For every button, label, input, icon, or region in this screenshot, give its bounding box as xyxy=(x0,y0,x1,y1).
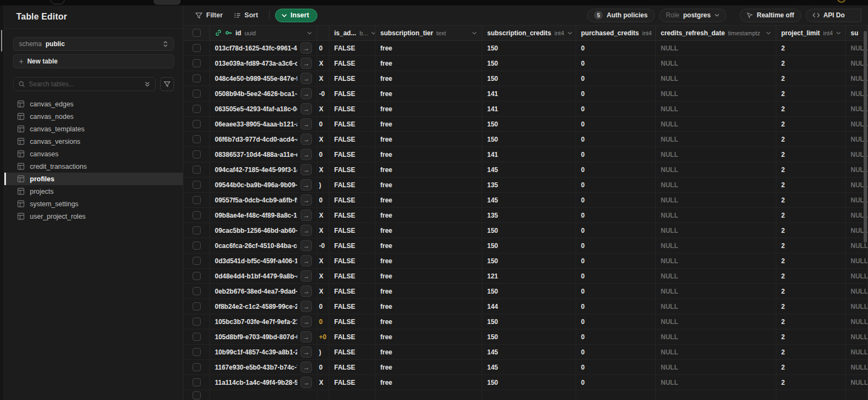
subscription-credits-cell[interactable]: 145 xyxy=(482,193,576,207)
clipped-cell[interactable]: 0 xyxy=(317,117,329,131)
subscription-tier-cell[interactable]: free xyxy=(375,360,482,374)
sidebar-table-item[interactable]: projects xyxy=(4,185,183,198)
subscription-tier-cell[interactable]: free xyxy=(375,41,482,55)
purchased-credits-cell[interactable]: 0 xyxy=(576,284,656,299)
vertical-scrollbar[interactable] xyxy=(864,31,867,243)
expand-row-button[interactable]: → xyxy=(301,42,312,54)
row-checkbox[interactable] xyxy=(193,318,201,326)
subscription-tier-cell[interactable]: free xyxy=(375,71,482,86)
sidebar-table-item[interactable]: canvas_nodes xyxy=(4,110,183,123)
clipped-right-cell[interactable]: NULL xyxy=(846,253,868,268)
row-checkbox[interactable] xyxy=(193,226,201,234)
expand-row-button[interactable]: → xyxy=(301,194,312,206)
is-admin-cell[interactable]: FALSE xyxy=(329,314,375,329)
id-cell[interactable]: 105d8bf9-e703-49bd-807d-645e... → xyxy=(210,329,317,344)
credits-refresh-date-cell[interactable]: NULL xyxy=(656,253,776,268)
clipped-cell[interactable]: X xyxy=(317,375,329,390)
column-header-credits-refresh-date[interactable]: credits_refresh_date timestamptz xyxy=(656,26,776,40)
is-admin-cell[interactable]: FALSE xyxy=(329,208,375,223)
is-admin-cell[interactable]: FALSE xyxy=(329,101,375,116)
id-cell[interactable]: 0eb2b676-38ed-4ea7-9dad-38e6... → xyxy=(210,284,317,299)
row-checkbox[interactable] xyxy=(193,257,201,265)
row-checkbox[interactable] xyxy=(193,391,201,399)
is-admin-cell[interactable]: FALSE xyxy=(329,117,375,131)
row-checkbox[interactable] xyxy=(193,135,201,143)
purchased-credits-cell[interactable]: 0 xyxy=(576,177,656,192)
sidebar-table-item[interactable]: profiles xyxy=(4,173,183,185)
project-limit-cell[interactable]: 2 xyxy=(776,101,846,116)
credits-refresh-date-cell[interactable]: NULL xyxy=(656,299,776,314)
subscription-tier-cell[interactable]: free xyxy=(375,132,482,147)
chevron-down-icon[interactable] xyxy=(371,31,375,35)
expand-row-button[interactable]: → xyxy=(301,301,312,312)
row-checkbox[interactable] xyxy=(193,333,201,341)
id-cell[interactable]: 1167e930-e5b0-43b7-b74c-788c9... → xyxy=(210,360,317,374)
credits-refresh-date-cell[interactable]: NULL xyxy=(656,314,776,329)
credits-refresh-date-cell[interactable]: NULL xyxy=(656,360,776,374)
is-admin-cell[interactable]: FALSE xyxy=(329,71,375,86)
credits-refresh-date-cell[interactable]: NULL xyxy=(656,117,776,131)
purchased-credits-cell[interactable]: 0 xyxy=(576,101,656,116)
expand-row-button[interactable]: → xyxy=(301,58,312,69)
project-limit-cell[interactable]: 2 xyxy=(776,299,846,314)
subscription-tier-cell[interactable]: free xyxy=(375,147,482,162)
subscription-credits-cell[interactable]: 145 xyxy=(482,345,576,359)
expand-row-button[interactable]: → xyxy=(301,255,312,266)
project-limit-cell[interactable]: 2 xyxy=(776,162,846,177)
subscription-tier-cell[interactable]: free xyxy=(375,177,482,192)
subscription-credits-cell[interactable]: 150 xyxy=(482,41,576,55)
purchased-credits-cell[interactable]: 0 xyxy=(576,375,656,390)
clipped-cell[interactable]: 0 xyxy=(317,299,329,314)
filter-button[interactable]: Filter xyxy=(190,8,228,22)
clipped-cell[interactable]: X xyxy=(317,223,329,238)
subscription-tier-cell[interactable]: free xyxy=(375,117,482,131)
column-header-purchased-credits[interactable]: purchased_credits int4 xyxy=(576,26,656,40)
is-admin-cell[interactable]: FALSE xyxy=(329,238,375,253)
credits-refresh-date-cell[interactable]: NULL xyxy=(656,147,776,162)
sidebar-table-item[interactable]: canvas_versions xyxy=(4,135,183,148)
id-cell[interactable]: 0f8b24e2-c1c2-4589-99ce-2c52d... → xyxy=(210,299,317,314)
purchased-credits-cell[interactable]: 0 xyxy=(576,56,656,71)
row-checkbox[interactable] xyxy=(193,166,201,174)
is-admin-cell[interactable]: FALSE xyxy=(329,360,375,374)
realtime-toggle-button[interactable]: Realtime off xyxy=(739,9,801,22)
project-limit-cell[interactable]: 2 xyxy=(776,56,846,71)
id-cell[interactable]: 0d3d541d-bf5c-459f-a406-16b93... → xyxy=(210,253,317,268)
clipped-cell[interactable]: 0 xyxy=(317,41,329,55)
is-admin-cell[interactable]: FALSE xyxy=(329,375,375,390)
credits-refresh-date-cell[interactable]: NULL xyxy=(656,284,776,299)
project-limit-cell[interactable]: 2 xyxy=(776,86,846,101)
project-limit-cell[interactable]: 2 xyxy=(776,360,846,374)
clipped-cell[interactable]: X xyxy=(317,101,329,116)
is-admin-cell[interactable]: FALSE xyxy=(329,269,375,283)
sidebar-table-item[interactable]: system_settings xyxy=(4,198,183,210)
project-limit-cell[interactable]: 2 xyxy=(776,71,846,86)
credits-refresh-date-cell[interactable]: NULL xyxy=(656,56,776,71)
row-checkbox[interactable] xyxy=(193,211,201,219)
clipped-right-cell[interactable]: NULL xyxy=(846,299,868,314)
subscription-tier-cell[interactable]: free xyxy=(375,284,482,299)
purchased-credits-cell[interactable]: 0 xyxy=(576,132,656,147)
sort-button[interactable]: Sort xyxy=(228,8,264,22)
expand-row-button[interactable]: → xyxy=(301,331,312,342)
subscription-tier-cell[interactable]: free xyxy=(375,299,482,314)
credits-refresh-date-cell[interactable]: NULL xyxy=(656,269,776,283)
clipped-cell[interactable]: -0 xyxy=(317,238,329,253)
clipped-cell[interactable]: 0 xyxy=(317,314,329,329)
id-cell[interactable]: 09557f5a-0dcb-4cb9-a6fb-fff366... → xyxy=(210,193,317,207)
id-cell[interactable]: 0d48e4d4-b1bf-4479-9a8b-4a4b... → xyxy=(210,269,317,283)
credits-refresh-date-cell[interactable]: NULL xyxy=(656,375,776,390)
credits-refresh-date-cell[interactable]: NULL xyxy=(656,86,776,101)
project-limit-cell[interactable]: 2 xyxy=(776,329,846,344)
expand-row-button[interactable]: → xyxy=(301,103,312,115)
row-checkbox[interactable] xyxy=(193,196,201,204)
expand-row-button[interactable]: → xyxy=(301,285,312,297)
id-cell[interactable]: 06eaee33-8905-4aaa-b121-ab552... → xyxy=(210,117,317,131)
insert-button[interactable]: Insert xyxy=(275,9,317,22)
id-cell[interactable]: 013e039a-fd89-473a-a3c6-ccfa9... → xyxy=(210,56,317,71)
column-header-project-limit[interactable]: project_limit int4 xyxy=(776,26,846,40)
clipped-cell[interactable]: ) xyxy=(317,345,329,359)
credits-refresh-date-cell[interactable]: NULL xyxy=(656,223,776,238)
auth-policies-button[interactable]: 5 Auth policies xyxy=(587,9,654,22)
is-admin-cell[interactable]: FALSE xyxy=(329,299,375,314)
